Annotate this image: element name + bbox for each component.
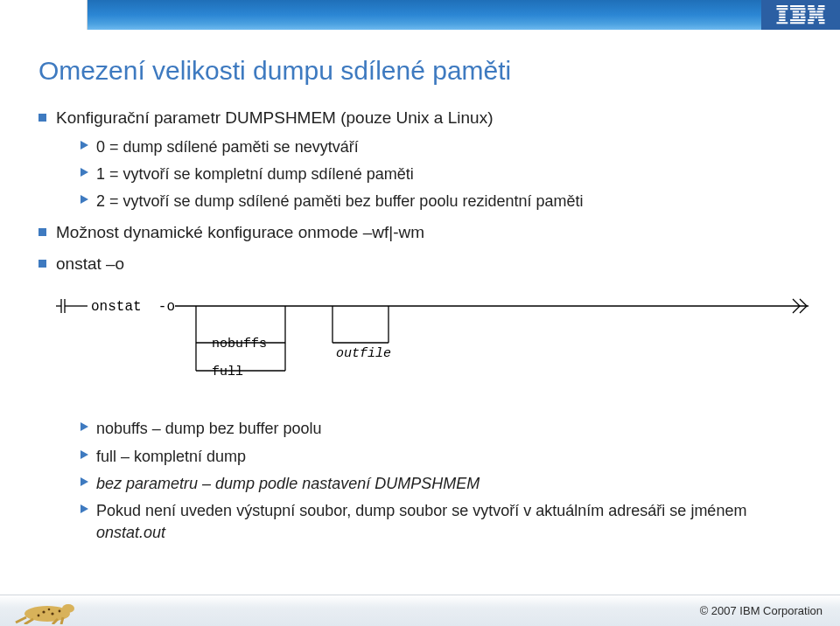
svg-rect-17: [818, 5, 824, 7]
svg-point-51: [38, 614, 40, 616]
footer-graphic: [9, 598, 88, 624]
svg-line-37: [793, 299, 800, 306]
diagram-opt-full: full: [212, 365, 243, 379]
svg-rect-0: [777, 5, 788, 7]
svg-rect-20: [809, 10, 816, 12]
svg-line-38: [793, 306, 800, 313]
bullet-list-level1: Konfigurační parametr DUMPSHMEM (pouze U…: [38, 107, 802, 275]
bullet-sub: 0 = dump sdílené paměti se nevytváří: [80, 136, 802, 158]
svg-rect-12: [793, 17, 799, 18]
cheetah-icon: [9, 600, 80, 624]
bullet-text: nobuffs – dump bez buffer poolu: [96, 420, 322, 437]
bullet-text: Konfigurační parametr DUMPSHMEM (pouze U…: [56, 108, 493, 127]
bullet-list-level2-lower: nobuffs – dump bez buffer poolu full – k…: [38, 418, 802, 544]
svg-rect-28: [808, 22, 813, 24]
bullet-text: Možnost dynamické konfigurace onmode –wf…: [56, 223, 424, 241]
svg-point-49: [42, 610, 45, 613]
header-left-box: [0, 0, 88, 30]
svg-rect-15: [790, 22, 805, 24]
svg-rect-13: [801, 17, 806, 18]
bullet-text: Pokud není uveden výstupní soubor, dump …: [96, 502, 746, 519]
svg-rect-16: [808, 5, 814, 7]
bullet-onstat: onstat –o: [38, 253, 802, 275]
slide-footer: © 2007 IBM Corporation: [0, 595, 840, 626]
svg-rect-27: [818, 19, 824, 21]
diagram-cmd: onstat -o: [91, 299, 175, 315]
bullet-text: 0 = dump sdílené paměti se nevytváří: [96, 138, 359, 156]
bullet-sub: bez parametru – dump podle nastavení DUM…: [80, 473, 802, 495]
slide-container: Omezení velikosti dumpu sdílené paměti K…: [0, 0, 840, 626]
slide-header: [0, 0, 840, 30]
bullet-sub: 2 = vytvoří se dump sdílené paměti bez b…: [80, 191, 802, 212]
slide-body: Omezení velikosti dumpu sdílené paměti K…: [0, 30, 840, 626]
bullet-config-param: Konfigurační parametr DUMPSHMEM (pouze U…: [38, 107, 802, 212]
svg-line-36: [800, 306, 807, 313]
svg-rect-25: [818, 17, 823, 18]
bullet-text: 2 = vytvoří se dump sdílené paměti bez b…: [96, 192, 584, 210]
syntax-diagram: onstat -o nobuffs full outfile: [56, 290, 802, 399]
bullet-text: – dump podle nastavení DUMPSHMEM: [198, 475, 480, 492]
svg-rect-5: [779, 19, 785, 21]
svg-rect-22: [809, 14, 823, 16]
svg-rect-21: [816, 10, 822, 12]
svg-rect-1: [777, 8, 788, 10]
svg-point-52: [59, 609, 61, 612]
brand-logo-box: [761, 0, 840, 30]
bullet-text: full – kompletní dump: [96, 448, 246, 465]
svg-point-48: [62, 604, 74, 613]
header-gradient-bar: [88, 0, 761, 30]
svg-rect-7: [790, 5, 805, 7]
svg-point-53: [48, 608, 51, 610]
svg-line-35: [800, 299, 807, 306]
diagram-opt-nobuffs: nobuffs: [212, 337, 267, 351]
bullet-text: 1 = vytvoří se kompletní dump sdílené pa…: [96, 165, 414, 183]
bullet-sub: full – kompletní dump: [80, 446, 802, 468]
footer-copyright: © 2007 IBM Corporation: [700, 604, 822, 617]
svg-rect-2: [779, 10, 785, 12]
svg-rect-3: [779, 14, 785, 16]
diagram-opt-outfile: outfile: [336, 346, 391, 361]
svg-rect-14: [790, 19, 805, 21]
svg-point-50: [51, 612, 53, 615]
svg-rect-8: [790, 8, 805, 10]
bullet-sub: Pokud není uveden výstupní soubor, dump …: [80, 500, 802, 544]
svg-rect-10: [801, 10, 806, 12]
svg-rect-19: [817, 8, 824, 10]
svg-rect-26: [808, 19, 814, 21]
bullet-dynamic-config: Možnost dynamické konfigurace onmode –wf…: [38, 221, 802, 244]
svg-rect-4: [779, 17, 785, 18]
svg-rect-24: [816, 17, 818, 18]
bullet-list-level2: 0 = dump sdílené paměti se nevytváří 1 =…: [56, 136, 802, 213]
svg-rect-18: [808, 8, 815, 10]
svg-rect-29: [819, 22, 824, 24]
svg-rect-6: [777, 22, 788, 24]
svg-rect-9: [793, 10, 799, 12]
syntax-diagram-svg: onstat -o nobuffs full outfile: [56, 290, 808, 395]
bullet-sub: nobuffs – dump bez buffer poolu: [80, 418, 802, 440]
svg-rect-23: [809, 17, 815, 18]
ibm-logo-icon: [775, 5, 826, 24]
svg-rect-11: [793, 14, 805, 16]
bullet-text-em: bez parametru: [96, 475, 198, 492]
bullet-text: onstat –o: [56, 254, 124, 273]
bullet-text-em: onstat.out: [96, 524, 165, 541]
slide-title: Omezení velikosti dumpu sdílené paměti: [38, 56, 802, 86]
bullet-sub: 1 = vytvoří se kompletní dump sdílené pa…: [80, 163, 802, 185]
